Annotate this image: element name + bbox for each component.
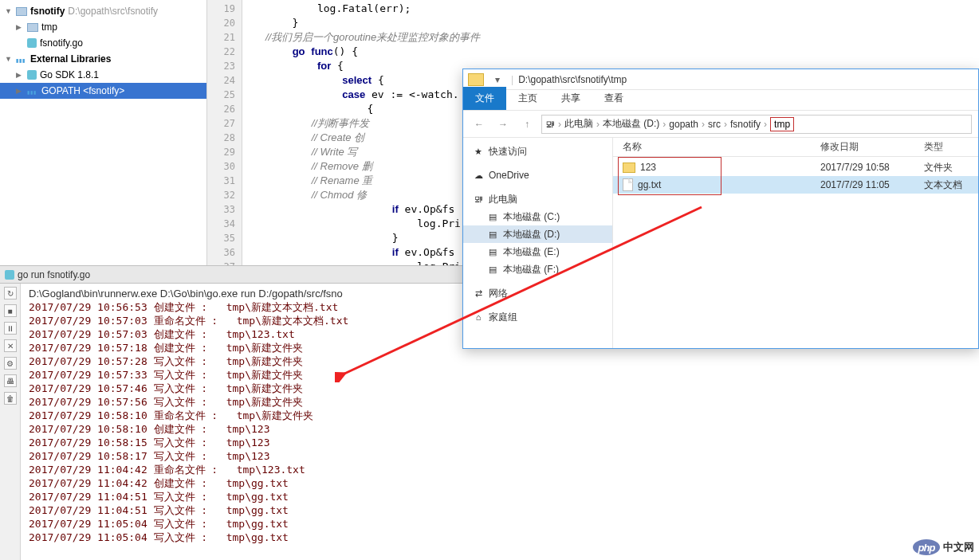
homegroup-icon: ⌂	[473, 311, 484, 323]
php-logo-icon: php	[913, 539, 940, 555]
chevron-down-icon: ▼	[5, 55, 13, 63]
crumb[interactable]: 此电脑	[564, 117, 593, 131]
window-menu-icon[interactable]: ▾	[489, 72, 506, 88]
nav-pane[interactable]: ★快速访问 ☁OneDrive 🖳此电脑 ▤本地磁盘 (C:) ▤本地磁盘 (D…	[463, 138, 613, 348]
tree-item-tmp[interactable]: ▶ tmp	[0, 19, 206, 35]
folder-icon	[16, 7, 27, 16]
crumb[interactable]: src	[708, 119, 721, 130]
line-gutter: 19 20 21 22 23 24 25 26 27 28 29 30 31 3…	[207, 0, 242, 265]
up-button[interactable]: ↑	[517, 116, 537, 133]
nav-onedrive[interactable]: ☁OneDrive	[463, 166, 612, 184]
drive-icon: ▤	[487, 229, 498, 240]
col-name[interactable]: 名称	[613, 140, 820, 154]
back-button[interactable]: ←	[470, 116, 489, 133]
folder-icon	[623, 163, 635, 173]
forward-button[interactable]: →	[493, 116, 513, 133]
tree-ext-lib-label: External Libraries	[30, 53, 111, 65]
tab-share[interactable]: 共享	[549, 87, 592, 110]
trash-icon[interactable]: 🗑	[4, 392, 17, 405]
tree-gopath[interactable]: ▶ GOPATH <fsnotify>	[0, 83, 206, 99]
file-row-file[interactable]: gg.txt 2017/7/29 11:05 文本文档	[613, 176, 978, 194]
tree-root[interactable]: ▼ fsnotify D:\gopath\src\fsnotify	[0, 3, 206, 19]
tree-go-sdk-label: Go SDK 1.8.1	[40, 69, 99, 80]
file-explorer-window[interactable]: ▾ | D:\gopath\src\fsnotify\tmp 文件 主页 共享 …	[462, 69, 979, 349]
go-run-icon	[5, 270, 14, 280]
rerun-icon[interactable]: ↻	[4, 287, 17, 300]
tab-home[interactable]: 主页	[506, 87, 549, 110]
console-tab-label: go run fsnotify.go	[18, 269, 90, 280]
tab-file[interactable]: 文件	[463, 87, 506, 110]
tree-item-label: fsnotify.go	[40, 37, 83, 49]
folder-icon	[468, 73, 484, 86]
star-icon: ★	[473, 146, 484, 157]
file-list-pane: 名称 修改日期 类型 123 2017/7/29 10:58 文件夹 gg.tx…	[613, 138, 978, 348]
pc-icon: 🖳	[545, 119, 555, 130]
explorer-body: ★快速访问 ☁OneDrive 🖳此电脑 ▤本地磁盘 (C:) ▤本地磁盘 (D…	[463, 138, 978, 348]
nav-homegroup[interactable]: ⌂家庭组	[463, 308, 612, 326]
tab-view[interactable]: 查看	[592, 87, 635, 110]
col-date[interactable]: 修改日期	[820, 140, 924, 154]
php-cn-badge: php 中文网	[913, 539, 974, 555]
print-icon[interactable]: 🖶	[4, 374, 17, 387]
explorer-ribbon-tabs: 文件 主页 共享 查看	[463, 90, 978, 111]
chevron-right-icon: ▶	[16, 71, 24, 79]
breadcrumb-bar[interactable]: 🖳 › 此电脑 › 本地磁盘 (D:) › gopath › src › fsn…	[541, 115, 972, 134]
crumb[interactable]: fsnotify	[730, 119, 761, 130]
tree-go-sdk[interactable]: ▶ Go SDK 1.8.1	[0, 67, 206, 83]
col-type[interactable]: 类型	[924, 140, 978, 154]
chevron-down-icon: ▼	[5, 7, 13, 15]
nav-this-pc[interactable]: 🖳此电脑	[463, 190, 612, 208]
nav-drive-e[interactable]: ▤本地磁盘 (E:)	[463, 243, 612, 260]
nav-network[interactable]: ⇄网络	[463, 284, 612, 302]
cloud-icon: ☁	[473, 170, 484, 181]
tree-root-path: D:\gopath\src\fsnotify	[68, 6, 158, 17]
go-file-icon	[27, 38, 37, 48]
nav-drive-f[interactable]: ▤本地磁盘 (F:)	[463, 260, 612, 278]
nav-quick-access[interactable]: ★快速访问	[463, 143, 612, 160]
nav-drive-d[interactable]: ▤本地磁盘 (D:)	[463, 225, 612, 243]
console-toolbar: ↻ ■ ⏸ ✕ ⚙ 🖶 🗑	[0, 284, 21, 560]
file-icon	[623, 178, 633, 191]
crumb[interactable]: gopath	[669, 119, 698, 130]
crumb[interactable]: 本地磁盘 (D:)	[603, 117, 659, 131]
network-icon: ⇄	[473, 288, 484, 299]
tree-item-label: tmp	[41, 22, 57, 33]
project-tree[interactable]: ▼ fsnotify D:\gopath\src\fsnotify ▶ tmp …	[0, 0, 207, 265]
drive-icon: ▤	[487, 211, 498, 222]
chevron-right-icon: ▶	[16, 87, 24, 95]
pc-icon: 🖳	[473, 194, 484, 205]
tree-root-label: fsnotify	[30, 6, 65, 17]
crumb-tmp-highlighted[interactable]: tmp	[770, 117, 794, 131]
library-icon	[16, 53, 27, 65]
nav-drive-c[interactable]: ▤本地磁盘 (C:)	[463, 208, 612, 225]
folder-icon	[27, 23, 38, 32]
settings-icon[interactable]: ⚙	[4, 357, 17, 370]
library-icon	[27, 85, 38, 96]
file-row-folder[interactable]: 123 2017/7/29 10:58 文件夹	[613, 159, 978, 176]
pause-icon[interactable]: ⏸	[4, 322, 17, 335]
explorer-address-bar: ← → ↑ 🖳 › 此电脑 › 本地磁盘 (D:) › gopath › src…	[463, 111, 978, 138]
stop-icon[interactable]: ■	[4, 304, 17, 317]
close-icon[interactable]: ✕	[4, 339, 17, 352]
drive-icon: ▤	[487, 264, 498, 275]
chevron-right-icon: ▶	[16, 23, 24, 31]
tree-external-libs[interactable]: ▼ External Libraries	[0, 51, 206, 67]
tree-item-fsnotify-go[interactable]: fsnotify.go	[0, 35, 206, 51]
explorer-title-path: D:\gopath\src\fsnotify\tmp	[518, 74, 627, 85]
file-list-header[interactable]: 名称 修改日期 类型	[613, 138, 978, 157]
drive-icon: ▤	[487, 246, 498, 257]
file-rows: 123 2017/7/29 10:58 文件夹 gg.txt 2017/7/29…	[613, 157, 978, 194]
go-sdk-icon	[27, 70, 37, 80]
tree-gopath-label: GOPATH <fsnotify>	[41, 85, 124, 96]
